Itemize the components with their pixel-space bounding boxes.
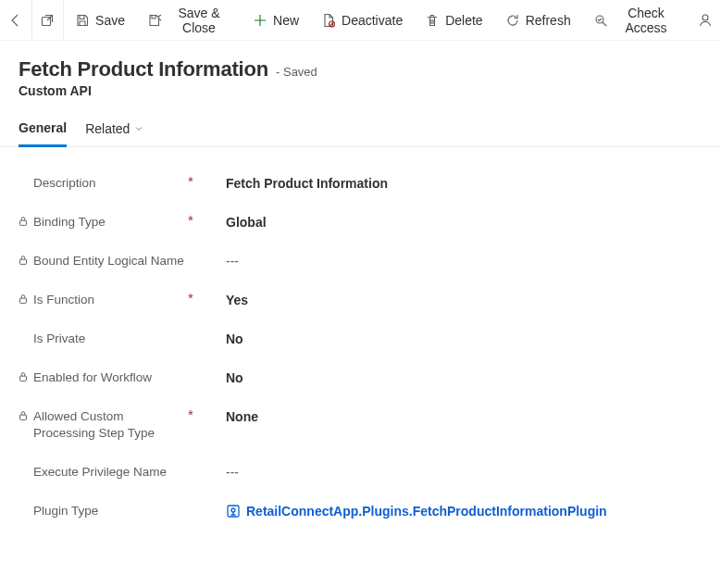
lock-icon <box>17 254 30 267</box>
tab-related-label: Related <box>85 121 130 136</box>
plugin-type-lookup[interactable]: RetailConnectApp.Plugins.FetchProductInf… <box>226 503 607 519</box>
new-label: New <box>273 13 299 28</box>
check-access-icon <box>593 13 608 28</box>
field-value[interactable]: RetailConnectApp.Plugins.FetchProductInf… <box>196 503 702 522</box>
field-description: Description * Fetch Product Information <box>19 164 702 203</box>
refresh-icon <box>505 13 520 28</box>
svg-rect-4 <box>20 220 27 225</box>
field-label: Is Private <box>33 331 85 347</box>
lock-icon <box>17 176 30 189</box>
command-bar: Save Save & Close New Deactivate Delete … <box>0 0 721 41</box>
back-button[interactable] <box>0 0 31 40</box>
tab-related[interactable]: Related <box>85 118 144 147</box>
deactivate-label: Deactivate <box>342 13 403 28</box>
required-asterisk: * <box>185 214 196 227</box>
field-label: Is Function <box>33 292 94 308</box>
assign-button[interactable] <box>690 0 721 40</box>
field-plugin-type: Plugin Type RetailConnectApp.Plugins.Fet… <box>19 492 702 533</box>
delete-button[interactable]: Delete <box>414 0 493 40</box>
plugin-type-value: RetailConnectApp.Plugins.FetchProductInf… <box>246 503 607 519</box>
lock-icon <box>17 215 30 228</box>
field-binding-type: Binding Type * Global <box>19 203 702 242</box>
required-asterisk: * <box>185 408 196 421</box>
chevron-down-icon <box>133 123 144 134</box>
lookup-icon <box>226 504 241 519</box>
lock-icon <box>17 370 30 383</box>
save-label: Save <box>95 13 125 28</box>
field-is-private: Is Private No <box>19 319 702 358</box>
form-general: Description * Fetch Product Information … <box>0 147 721 533</box>
save-button[interactable]: Save <box>64 0 136 40</box>
entity-name: Custom API <box>19 83 702 98</box>
save-icon <box>75 13 90 28</box>
page-header: Fetch Product Information - Saved Custom… <box>0 41 721 104</box>
field-is-function: Is Function * Yes <box>19 281 702 319</box>
delete-icon <box>425 13 440 28</box>
deactivate-icon <box>321 13 336 28</box>
open-new-window-button[interactable] <box>32 0 64 40</box>
open-new-window-icon <box>40 13 55 28</box>
field-value[interactable]: No <box>196 331 702 347</box>
new-button[interactable]: New <box>242 0 310 40</box>
field-enabled-workflow: Enabled for Workflow No <box>19 358 702 397</box>
tab-general-label: General <box>19 120 67 135</box>
field-value[interactable]: --- <box>196 464 702 481</box>
field-value[interactable]: Global <box>196 214 702 231</box>
svg-point-2 <box>596 16 603 23</box>
save-close-icon <box>147 13 162 28</box>
lock-icon <box>17 465 30 478</box>
plus-icon <box>253 13 267 28</box>
svg-rect-5 <box>20 259 27 264</box>
save-status: - Saved <box>276 65 317 79</box>
back-icon <box>8 13 23 28</box>
delete-label: Delete <box>445 13 482 28</box>
field-value[interactable]: Yes <box>196 292 702 308</box>
svg-rect-8 <box>20 415 27 419</box>
required-asterisk: * <box>185 175 196 188</box>
field-value[interactable]: None <box>196 408 702 425</box>
svg-point-3 <box>702 15 708 20</box>
field-label: Allowed Custom Processing Step Type <box>33 408 185 442</box>
tab-general[interactable]: General <box>19 117 67 147</box>
field-value[interactable]: No <box>196 369 702 386</box>
lock-icon <box>17 293 30 306</box>
lock-icon <box>17 332 30 344</box>
tabs-row: General Related <box>0 104 721 147</box>
refresh-button[interactable]: Refresh <box>494 0 582 40</box>
deactivate-button[interactable]: Deactivate <box>310 0 414 40</box>
svg-rect-6 <box>20 298 27 303</box>
field-value[interactable]: --- <box>196 253 702 269</box>
required-asterisk: * <box>185 292 196 305</box>
refresh-label: Refresh <box>526 13 571 28</box>
field-allowed-step-type: Allowed Custom Processing Step Type * No… <box>19 397 702 453</box>
person-icon <box>698 13 713 28</box>
field-label: Description <box>33 175 96 192</box>
page-title: Fetch Product Information <box>19 57 268 81</box>
svg-rect-7 <box>20 376 27 381</box>
field-label: Bound Entity Logical Name <box>33 253 184 269</box>
lock-icon <box>17 409 30 422</box>
lock-icon <box>17 504 30 517</box>
field-label: Enabled for Workflow <box>33 369 152 386</box>
field-label: Plugin Type <box>33 503 98 519</box>
save-close-button[interactable]: Save & Close <box>136 0 242 40</box>
field-execute-privilege: Execute Privilege Name --- <box>19 453 702 492</box>
field-bound-entity: Bound Entity Logical Name --- <box>19 242 702 281</box>
svg-point-10 <box>231 508 235 512</box>
save-close-label: Save & Close <box>168 6 230 35</box>
field-label: Binding Type <box>33 214 106 231</box>
field-value[interactable]: Fetch Product Information <box>196 175 702 192</box>
check-access-label: Check Access <box>614 6 679 35</box>
check-access-button[interactable]: Check Access <box>582 0 690 40</box>
field-label: Execute Privilege Name <box>33 464 167 481</box>
